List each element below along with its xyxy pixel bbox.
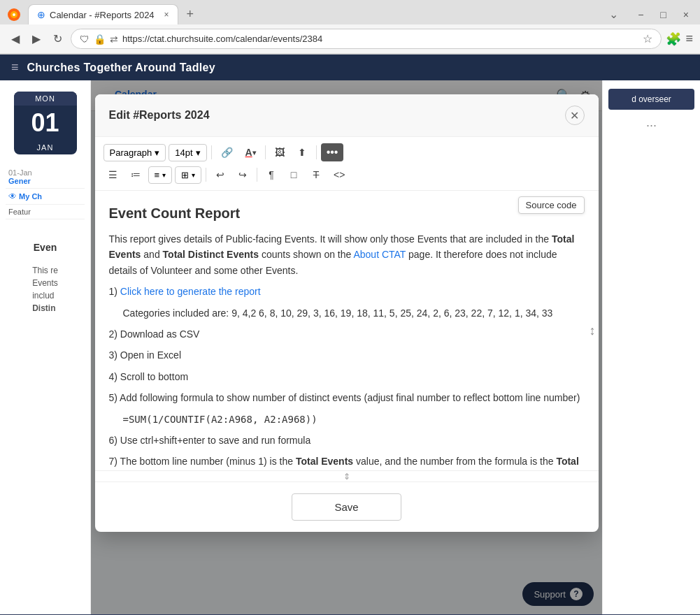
minimize-button[interactable]: − (632, 8, 649, 22)
editor-step3: 3) Open in Excel (109, 347, 585, 363)
toolbar-divider-5 (257, 168, 257, 182)
image-icon: 🖼 (275, 147, 285, 158)
editor-heading: Event Count Report (109, 202, 585, 224)
maximize-button[interactable]: □ (655, 8, 671, 22)
event-time: 01-Jan (8, 168, 32, 177)
sidebar: MON 01 JAN 01-Jan Gener 👁 My Ch Featur E… (0, 80, 91, 614)
browser-chrome: ⊕ Calendar - #Reports 2024 × + ⌄ − □ × ◀… (0, 0, 700, 55)
content-area: Calendar 🔍 ⚙ Event Count Report This rep… (91, 80, 602, 614)
paragraph-mark-button[interactable]: ¶ (262, 165, 281, 184)
table-icon: ⊞ (181, 170, 189, 180)
list-item: 👁 My Ch (6, 189, 85, 205)
editor-step1: 1) Click here to generate the report (109, 284, 585, 299)
fontsize-label: 14pt (175, 147, 192, 158)
modal-header: Edit #Reports 2024 ✕ (95, 94, 599, 137)
event-name: My Ch (19, 192, 42, 201)
toolbar-divider-3 (316, 145, 317, 159)
firefox-icon (6, 6, 22, 23)
editor-step2: 2) Download as CSV (109, 326, 585, 342)
tab-title: Calendar - #Reports 2024 (50, 10, 155, 20)
block-button[interactable]: □ (284, 165, 303, 184)
table-arrow: ▾ (192, 171, 195, 179)
app-header: ≡ Churches Together Around Tadley (0, 55, 700, 80)
extensions-icon[interactable]: 🧩 (666, 31, 681, 47)
bookmark-icon[interactable]: ☆ (643, 32, 652, 45)
paragraph-label: Paragraph (110, 147, 152, 158)
tab-bar: ⊕ Calendar - #Reports 2024 × + ⌄ − □ × (0, 0, 700, 24)
align-icon: ≡ (155, 170, 160, 180)
date-month: JAN (14, 140, 77, 154)
new-tab-button[interactable]: + (181, 4, 200, 24)
clear-format-button[interactable]: T (306, 165, 326, 184)
date-widget: MON 01 JAN (14, 92, 77, 154)
upload-button[interactable]: ⬆ (292, 143, 312, 162)
editor-step4: 4) Scroll to bottom (109, 369, 585, 384)
event-sub: Featur (8, 208, 31, 216)
fontsize-select[interactable]: 14pt ▾ (169, 144, 206, 161)
table-select[interactable]: ⊞ ▾ (175, 166, 201, 184)
link-button[interactable]: 🔗 (216, 143, 238, 162)
text-color-button[interactable]: A ▾ (241, 143, 261, 162)
svg-point-2 (13, 13, 15, 16)
tab-overflow-btn[interactable]: ⌄ (603, 5, 624, 24)
window-close-button[interactable]: × (678, 8, 694, 22)
editor-step6: 6) Use ctrl+shift+enter to save and run … (109, 433, 585, 448)
fontsize-arrow: ▾ (196, 147, 201, 158)
modal-footer: Save (95, 482, 599, 532)
numbered-list-button[interactable]: ≔ (126, 165, 145, 184)
source-code-button[interactable]: Source code (518, 196, 585, 214)
generate-report-link[interactable]: Click here to generate the report (120, 286, 261, 297)
active-tab[interactable]: ⊕ Calendar - #Reports 2024 × (28, 4, 178, 24)
event-section-label: Even (34, 242, 57, 253)
date-day: MON (14, 92, 77, 106)
redo-button[interactable]: ↪ (233, 165, 252, 184)
modal-title: Edit #Reports 2024 (109, 109, 210, 122)
overseer-button[interactable]: d overseer (608, 89, 694, 110)
image-button[interactable]: 🖼 (270, 143, 290, 162)
upload-icon: ⬆ (298, 147, 306, 158)
editor-toolbar: Paragraph ▾ 14pt ▾ 🔗 A ▾ (95, 137, 599, 191)
url-bar[interactable]: 🛡 🔒 ⇄ https://ctat.churchsuite.com/calen… (71, 29, 662, 49)
modal-close-button[interactable]: ✕ (565, 106, 585, 125)
refresh-button[interactable]: ↻ (49, 29, 66, 48)
more-options-button[interactable]: ••• (321, 143, 344, 161)
browser-menu-icon[interactable]: ≡ (685, 31, 693, 46)
tab-close-button[interactable]: × (164, 10, 169, 20)
three-dots-icon[interactable]: ··· (608, 118, 694, 133)
date-number: 01 (14, 106, 77, 140)
toolbar-divider-2 (265, 145, 266, 159)
app-title: Churches Together Around Tadley (27, 62, 215, 74)
sidebar-event-list: 01-Jan Gener 👁 My Ch Featur (6, 166, 85, 219)
editor-content[interactable]: Event Count Report This report gives det… (95, 191, 599, 470)
shield-icon: 🛡 (80, 34, 90, 45)
code-button[interactable]: <> (329, 165, 350, 184)
list-item: 01-Jan Gener (6, 166, 85, 189)
editor-step7: 7) The bottom line number (minus 1) is t… (109, 454, 585, 470)
save-button[interactable]: Save (292, 493, 401, 521)
text-color-arrow: ▾ (252, 149, 256, 157)
editor-body: Event Count Report This report gives det… (95, 191, 599, 470)
toolbar-row-1: Paragraph ▾ 14pt ▾ 🔗 A ▾ (103, 143, 590, 162)
lock-icon: 🔒 (94, 34, 106, 45)
bullet-list-button[interactable]: ☰ (103, 165, 123, 184)
editor-step5: 5) Add following formula to show number … (109, 390, 585, 405)
editor-step5-formula: =SUM(1/COUNTIF(A2:A968, A2:A968)) (109, 412, 585, 427)
connection-icon: ⇄ (110, 34, 118, 45)
back-button[interactable]: ◀ (7, 29, 24, 48)
toolbar-divider-4 (206, 168, 206, 182)
paragraph-select[interactable]: Paragraph ▾ (103, 144, 166, 161)
edit-modal: Edit #Reports 2024 ✕ Paragraph ▾ 14pt ▾ (95, 94, 599, 532)
editor-step1-categories: Categories included are: 9, 4,2 6, 8, 10… (109, 305, 585, 321)
url-text[interactable]: https://ctat.churchsuite.com/calendar/ev… (122, 34, 638, 44)
tab-icon: ⊕ (37, 9, 45, 20)
url-security-icons: 🛡 🔒 ⇄ (80, 34, 118, 45)
resize-handle[interactable]: ⇕ (95, 470, 599, 482)
numbered-list-icon: ≔ (131, 169, 141, 180)
right-sidebar: d overseer ··· (602, 80, 700, 614)
about-ctat-link[interactable]: About CTAT (353, 249, 406, 260)
nav-bar: ◀ ▶ ↻ 🛡 🔒 ⇄ https://ctat.churchsuite.com… (0, 24, 700, 54)
hamburger-icon[interactable]: ≡ (11, 60, 19, 75)
undo-button[interactable]: ↩ (210, 165, 230, 184)
align-select[interactable]: ≡ ▾ (148, 166, 173, 184)
forward-button[interactable]: ▶ (28, 29, 45, 48)
